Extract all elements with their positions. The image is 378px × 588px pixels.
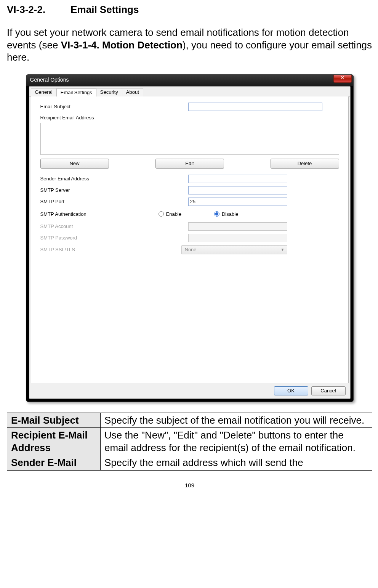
smtp-password-input <box>188 234 287 242</box>
edit-button[interactable]: Edit <box>155 159 224 169</box>
close-icon: ✕ <box>340 75 344 80</box>
chevron-down-icon: ▼ <box>281 247 285 252</box>
close-button[interactable]: ✕ <box>333 74 352 83</box>
label-recipient-email: Recipient Email Address <box>40 115 339 120</box>
section-number: VI-3-2-2. <box>7 4 68 16</box>
page-number: 109 <box>7 482 372 488</box>
label-smtp-auth: SMTP Authentication <box>40 211 151 217</box>
table-value: Specify the subject of the email notific… <box>101 413 372 428</box>
label-smtp-server: SMTP Server <box>40 187 151 193</box>
description-table: E-Mail Subject Specify the subject of th… <box>7 413 372 471</box>
table-value: Use the "New", "Edit" and "Delete" butto… <box>101 428 372 455</box>
label-smtp-port: SMTP Port <box>40 199 151 204</box>
table-key: Recipient E-Mail Address <box>7 428 101 455</box>
label-smtp-password: SMTP Password <box>40 235 151 241</box>
sender-email-input[interactable] <box>188 175 287 183</box>
email-subject-input[interactable] <box>188 103 322 111</box>
smtp-ssl-value: None <box>185 247 197 252</box>
label-smtp-ssl: SMTP SSL/TLS <box>40 247 151 252</box>
smtp-ssl-select: None ▼ <box>181 245 287 254</box>
smtp-port-input[interactable] <box>188 198 287 206</box>
smtp-server-input[interactable] <box>188 186 287 194</box>
smtp-auth-disable-radio[interactable] <box>214 211 219 217</box>
dialog-body: General Email Settings Security About Em… <box>29 86 351 399</box>
tab-general[interactable]: General <box>31 88 57 96</box>
label-email-subject: Email Subject <box>40 104 151 109</box>
label-smtp-account: SMTP Account <box>40 223 151 229</box>
table-value: Specify the email address which will sen… <box>101 455 372 471</box>
recipient-list[interactable] <box>40 123 339 155</box>
table-row: E-Mail Subject Specify the subject of th… <box>7 413 372 428</box>
section-title: Email Settings <box>70 4 139 15</box>
dialog-title: General Options <box>30 77 69 83</box>
smtp-auth-enable-radio[interactable] <box>159 211 164 217</box>
table-row: Recipient E-Mail Address Use the "New", … <box>7 428 372 455</box>
table-key: E-Mail Subject <box>7 413 101 428</box>
new-button[interactable]: New <box>40 159 109 169</box>
label-sender-email: Sender Email Address <box>40 176 151 182</box>
label-enable: Enable <box>166 211 181 217</box>
tab-security[interactable]: Security <box>96 88 122 96</box>
label-disable: Disable <box>222 211 238 217</box>
tab-strip: General Email Settings Security About <box>29 87 350 97</box>
table-key: Sender E-Mail <box>7 455 101 471</box>
tab-page-email-settings: Email Subject Recipient Email Address Ne… <box>31 96 349 383</box>
tab-email-settings[interactable]: Email Settings <box>56 88 96 97</box>
general-options-dialog: General Options ✕ General Email Settings… <box>26 74 354 402</box>
dialog-titlebar: General Options ✕ <box>26 75 353 86</box>
smtp-account-input <box>188 222 287 231</box>
cancel-button[interactable]: Cancel <box>311 386 346 395</box>
tab-about[interactable]: About <box>122 88 143 96</box>
delete-button[interactable]: Delete <box>271 159 339 169</box>
intro-paragraph: If you set your network camera to send e… <box>7 26 372 64</box>
table-row: Sender E-Mail Specify the email address … <box>7 455 372 471</box>
section-heading: VI-3-2-2. Email Settings <box>7 4 372 16</box>
ok-button[interactable]: OK <box>274 386 308 395</box>
